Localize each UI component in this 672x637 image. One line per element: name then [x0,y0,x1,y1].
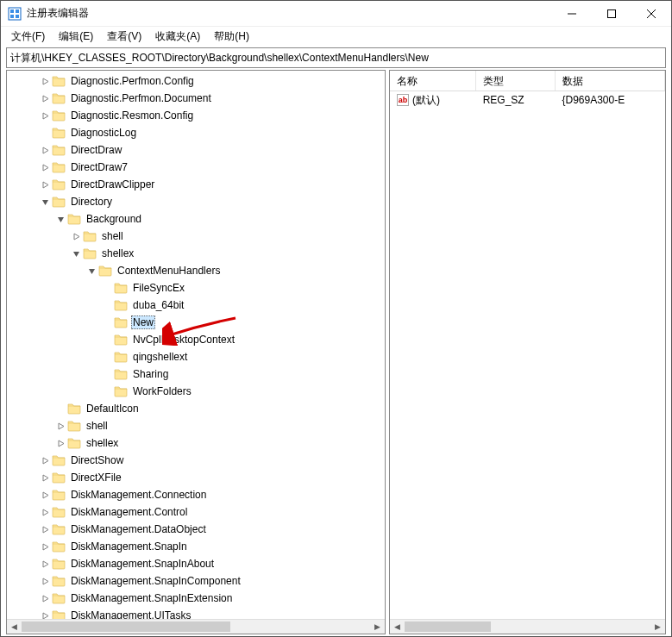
tree-horizontal-scrollbar[interactable]: ◀ ▶ [7,619,385,634]
folder-icon [114,367,128,381]
scroll-right-icon[interactable]: ▶ [650,620,665,634]
expand-icon[interactable] [38,574,52,588]
expand-icon[interactable] [38,488,52,502]
value-type-cell: REG_SZ [476,92,556,108]
tree-item[interactable]: shellex [7,434,385,452]
tree-item[interactable]: Diagnostic.Resmon.Config [7,107,385,124]
expand-icon[interactable] [38,91,52,105]
expand-icon[interactable] [38,109,52,122]
expand-icon[interactable] [69,229,83,243]
tree-item[interactable]: DiskManagement.Connection [7,486,385,503]
collapse-icon[interactable] [69,247,83,260]
scroll-left-icon[interactable]: ◀ [390,620,405,634]
tree-item-label: Background [85,213,143,225]
tree-item-label: duba_64bit [131,299,185,311]
tree-item[interactable]: ContextMenuHandlers [7,262,385,279]
menu-view[interactable]: 查看(V) [100,28,148,46]
list-row[interactable]: ab(默认)REG_SZ{D969A300-E [390,91,665,109]
tree-item[interactable]: FileSyncEx [7,279,385,297]
collapse-icon[interactable] [85,264,98,278]
tree-item[interactable]: qingshellext [7,348,385,365]
maximize-button[interactable] [592,1,631,27]
tree-item-label: DirectDraw [69,144,123,156]
tree-item[interactable]: DiskManagement.DataObject [7,521,385,538]
svg-rect-3 [10,15,14,18]
tree-item[interactable]: DiskManagement.SnapInAbout [7,555,385,572]
tree-item[interactable]: DefaultIcon [7,400,385,417]
list-horizontal-scrollbar[interactable]: ◀ ▶ [390,619,665,634]
column-name[interactable]: 名称 [390,71,476,91]
expand-icon[interactable] [38,540,52,553]
expand-icon[interactable] [38,74,52,88]
svg-rect-2 [16,9,19,13]
tree-item[interactable]: DirectShow [7,452,385,469]
tree-spacer [100,333,114,347]
expand-icon[interactable] [38,522,52,536]
tree-item[interactable]: New [7,314,385,331]
folder-icon [52,557,66,571]
expand-icon[interactable] [38,160,52,174]
tree-item[interactable]: Background [7,210,385,228]
tree-item[interactable]: shellex [7,245,385,262]
tree-item[interactable]: DirectDraw [7,141,385,159]
tree-spacer [100,298,114,312]
tree-item[interactable]: shell [7,417,385,434]
column-type[interactable]: 类型 [476,71,556,91]
tree-item-label: New [131,315,155,329]
expand-icon[interactable] [38,178,52,191]
tree-item[interactable]: WorkFolders [7,383,385,400]
minimize-button[interactable] [552,1,592,27]
expand-icon[interactable] [38,505,52,519]
tree-item[interactable]: DirectXFile [7,469,385,486]
app-icon [8,7,22,21]
tree-item-label: shell [85,420,110,432]
address-bar[interactable]: 计算机\HKEY_CLASSES_ROOT\Directory\Backgrou… [6,47,666,68]
tree-spacer [100,315,114,329]
collapse-icon[interactable] [38,195,52,209]
tree-item[interactable]: DiskManagement.Control [7,503,385,521]
collapse-icon[interactable] [53,212,67,226]
expand-icon[interactable] [38,143,52,157]
values-pane[interactable]: 名称 类型 数据 ab(默认)REG_SZ{D969A300-E ◀ ▶ [389,70,666,634]
folder-icon [114,298,128,312]
tree-item[interactable]: Diagnostic.Perfmon.Config [7,72,385,90]
tree-item[interactable]: NvCplDesktopContext [7,331,385,348]
folder-icon [52,126,66,140]
menu-favorites[interactable]: 收藏夹(A) [148,28,207,46]
folder-icon [52,488,66,502]
folder-icon [52,195,66,209]
tree-spacer [100,367,114,381]
menu-help[interactable]: 帮助(H) [207,28,256,46]
tree-item[interactable]: Diagnostic.Perfmon.Document [7,90,385,107]
tree-item[interactable]: duba_64bit [7,297,385,314]
tree-item[interactable]: Sharing [7,365,385,383]
tree-item[interactable]: DiskManagement.SnapIn [7,538,385,555]
expand-icon[interactable] [38,471,52,484]
tree-item[interactable]: DiskManagement.SnapInComponent [7,572,385,590]
tree-item[interactable]: DirectDraw7 [7,159,385,176]
expand-icon[interactable] [38,453,52,467]
tree-item[interactable]: DiagnosticLog [7,124,385,141]
menubar: 文件(F) 编辑(E) 查看(V) 收藏夹(A) 帮助(H) [1,27,671,46]
folder-icon [114,315,128,329]
close-button[interactable] [631,1,671,27]
tree-item[interactable]: shell [7,228,385,245]
folder-icon [52,143,66,157]
folder-icon [67,402,81,415]
value-name-cell: ab(默认) [390,91,476,109]
scroll-right-icon[interactable]: ▶ [370,620,385,634]
folder-icon [52,522,66,536]
tree-pane[interactable]: Diagnostic.Perfmon.ConfigDiagnostic.Perf… [6,70,386,634]
tree-item[interactable]: Directory [7,193,385,210]
expand-icon[interactable] [53,436,67,450]
menu-edit[interactable]: 编辑(E) [52,28,100,46]
expand-icon[interactable] [38,557,52,571]
tree-item-label: FileSyncEx [131,282,186,294]
menu-file[interactable]: 文件(F) [4,28,52,46]
expand-icon[interactable] [38,591,52,605]
column-data[interactable]: 数据 [556,71,665,91]
tree-item[interactable]: DirectDrawClipper [7,176,385,193]
scroll-left-icon[interactable]: ◀ [7,620,22,634]
expand-icon[interactable] [53,419,67,433]
tree-item[interactable]: DiskManagement.SnapInExtension [7,590,385,607]
